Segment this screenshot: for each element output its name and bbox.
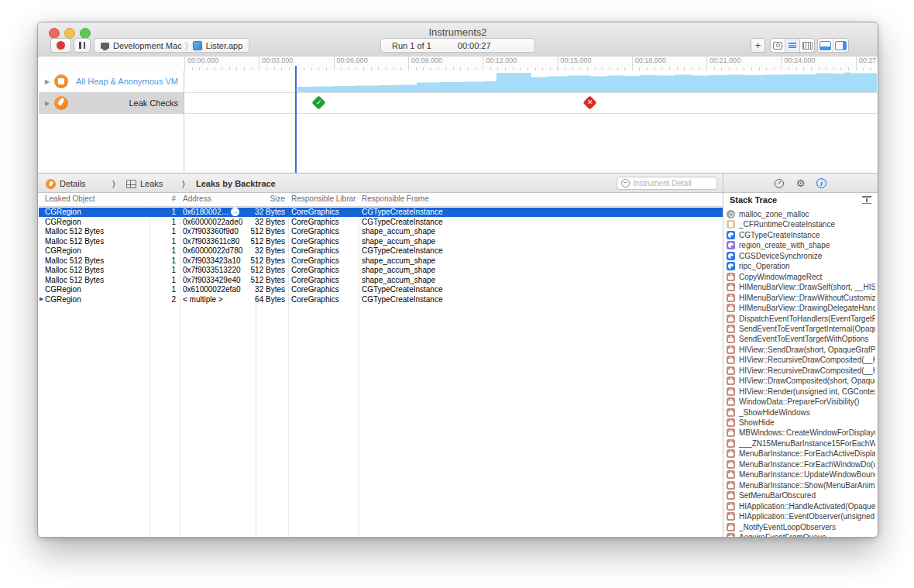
extended-detail-info-icon: i [816,178,826,188]
stack-frame-row[interactable]: SetMenuBarObscured [727,490,875,500]
target-selector[interactable]: Development Mac 〉 Lister.app [94,38,249,53]
leak-check-pass-icon[interactable]: ✓ [311,95,325,109]
add-instrument-button[interactable]: + [751,38,765,53]
column-header[interactable]: Responsible Library [291,194,356,203]
stack-frame-row[interactable]: HIApplication::EventObserver(unsigned i… [727,511,875,521]
breadcrumb-leaks[interactable]: Leaks [126,174,163,194]
stack-frame-row[interactable]: region_create_with_shape [727,240,875,250]
stack-frame-row[interactable]: MenuBarInstance::ForEachWindowDo(un… [727,459,875,469]
table-cell: shape_accum_shape [362,227,718,236]
stack-frame-label: MenuBarInstance::UpdateWindowBound… [739,470,875,479]
stack-frame-row[interactable]: HIMenuBarView::DrawingDelegateHandl… [727,303,875,313]
stack-frame-row[interactable]: DispatchEventToHandlers(EventTargetRe… [727,314,875,324]
playhead-line[interactable] [295,66,297,173]
table-row[interactable]: CGRegion10x60000022d78032 BytesCoreGraph… [39,246,723,256]
column-header[interactable]: Leaked Object [45,194,147,203]
table-row[interactable]: CGRegion2< multiple >64 BytesCoreGraphic… [39,294,723,304]
stack-frame-row[interactable]: ShowHide [727,418,875,428]
table-header[interactable]: Leaked Object#AddressSizeResponsible Lib… [39,193,723,207]
table-cell: 32 Bytes [245,246,285,255]
timeline-ruler[interactable]: 00:00.00000:03.00000:06.00000:09.00000:1… [39,57,877,71]
stack-frame-row[interactable]: HIView::RecursiveDrawComposited(__HI… [727,366,875,376]
leak-check-fail-icon[interactable]: ✕ [582,95,596,109]
disclosure-triangle-icon[interactable]: ▶ [45,100,53,107]
instrument-detail-search-field[interactable]: Instrument Detail [617,177,717,190]
stack-frame-row[interactable]: HIView::Render(unsigned int, CGContext*) [727,387,875,397]
track-row-allocations[interactable]: ▶All Heap & Anonymous VM [39,70,184,92]
pause-button[interactable] [74,38,91,53]
stack-frame-row[interactable]: MenuBarInstance::Show(MenuBarAnimat… [727,480,875,490]
run-status-display[interactable]: Run 1 of 1 00:00:27 [380,38,535,53]
stack-frame-row[interactable]: malloc_zone_malloc [727,209,875,219]
run-history-button[interactable] [773,177,785,189]
column-header[interactable]: Responsible Frame [362,194,718,203]
ruler-tick-label: 00:06.000 [334,57,368,70]
right-pane-toggle[interactable] [833,39,848,52]
stack-frame-row[interactable]: ripc_Operation [727,261,875,271]
track-row-leaks[interactable]: ▶Leak Checks [39,92,184,114]
table-row[interactable]: Malloc 512 Bytes10x7f903360f9d0512 Bytes… [39,227,723,237]
windowserver-icon [727,241,735,249]
stack-frame-row[interactable]: ___ZN15MenuBarInstance15ForEachWin… [727,438,875,449]
gear-icon: ⚙ [796,178,806,188]
hitoolbox-icon [727,470,735,479]
stack-frame-label: HIMenuBarView::DrawingDelegateHandl… [739,304,875,312]
stack-frame-row[interactable]: HIView::DrawComposited(short, Opaque… [727,376,875,386]
column-header[interactable]: # [151,194,176,203]
stack-frame-row[interactable]: MBWindows::CreateWindowForDisplay(u… [727,428,875,438]
table-row[interactable]: CGRegion10x61000022efa032 BytesCoreGraph… [39,285,723,295]
table-row[interactable]: CGRegion10x60000022ade032 BytesCoreGraph… [39,217,723,227]
track-label: Leak Checks [68,98,184,108]
disclosure-triangle-icon[interactable]: ▶ [45,78,53,85]
column-header[interactable]: Size [245,194,285,203]
disclosure-triangle-icon[interactable]: ▶ [40,296,43,302]
stack-frame-row[interactable]: _CFRuntimeCreateInstance [727,219,875,229]
search-scope-icon [621,179,630,187]
focus-arrow-icon[interactable]: → [231,208,239,216]
table-cell: CGTypeCreateInstance [362,246,718,255]
stack-trace-title: Stack Trace [730,195,777,205]
stack-frame-row[interactable]: MenuBarInstance::UpdateWindowBound… [727,469,875,480]
table-row[interactable]: Malloc 512 Bytes10x7f9033611c80512 Bytes… [39,236,723,246]
collapse-stack-icon[interactable] [862,196,871,204]
stack-frame-row[interactable]: HIView::SendDraw(short, OpaqueGrafPtr… [727,345,875,355]
breadcrumb-details[interactable]: Details [46,174,86,194]
stack-frame-row[interactable]: WindowData::PrepareForVisibility() [727,397,875,407]
table-row[interactable]: Malloc 512 Bytes10x7f9033423a10512 Bytes… [39,256,723,266]
breadcrumb-leaks-by-backtrace[interactable]: Leaks by Backtrace [196,174,276,194]
stack-frame-row[interactable]: MenuBarInstance::ForEachActiveDisplay… [727,449,875,459]
stack-frame-row[interactable]: HIMenuBarView::DrawWithoutCustomiza… [727,293,875,303]
stack-frame-row[interactable]: CGTypeCreateInstance [727,230,875,240]
stack-frame-row[interactable]: CopyWindowImageRect [727,272,875,282]
stack-frame-label: AcquireEventFromQueue [739,533,875,538]
hitoolbox-icon [727,304,735,312]
ruler-tick-label: 00:03.000 [259,57,293,70]
stack-frame-row[interactable]: _NotifyEventLoopObservers [727,522,875,532]
stack-frame-row[interactable]: AcquireEventFromQueue [727,532,875,538]
stack-frame-label: HIView::SendDraw(short, OpaqueGrafPtr… [739,346,875,354]
column-header[interactable]: Address [183,194,254,203]
library-segment[interactable] [771,39,785,52]
stack-frame-row[interactable]: HIView::RecursiveDrawComposited(__HI… [727,355,875,365]
stack-frame-row[interactable]: SendEventToEventTargetInternal(Opaque… [727,324,875,334]
track-graph-area[interactable]: ✓✕ [184,70,877,173]
flags-segment[interactable] [800,39,814,52]
stack-frame-row[interactable]: HIApplication::HandleActivated(OpaqueE… [727,501,875,511]
stack-frame-row[interactable]: _ShowHideWindows [727,407,875,418]
table-cell: 512 Bytes [245,256,285,265]
stack-frame-row[interactable]: CGSDeviceSynchronize [727,251,875,261]
table-cell: CoreGraphics [291,237,356,246]
stack-frame-row[interactable]: SendEventToEventTargetWithOptions [727,334,875,344]
stack-frame-row[interactable]: HIMenuBarView::DrawSelf(short, __HISha… [727,282,875,292]
record-button[interactable] [50,38,71,53]
table-cell: CoreGraphics [291,246,356,255]
window-title: Instruments2 [38,26,878,38]
list-view-segment[interactable] [785,39,800,52]
table-row[interactable]: CGRegion10x6180002…32 BytesCoreGraphicsC… [39,208,723,218]
bottom-pane-toggle[interactable] [818,39,833,52]
extended-detail-button[interactable]: i [816,177,827,189]
table-cell: < multiple > [183,295,254,304]
table-row[interactable]: Malloc 512 Bytes10x7f9033513220512 Bytes… [39,266,723,276]
table-row[interactable]: Malloc 512 Bytes10x7f9033429e40512 Bytes… [39,275,723,285]
display-settings-button[interactable]: ⚙ [795,177,806,189]
